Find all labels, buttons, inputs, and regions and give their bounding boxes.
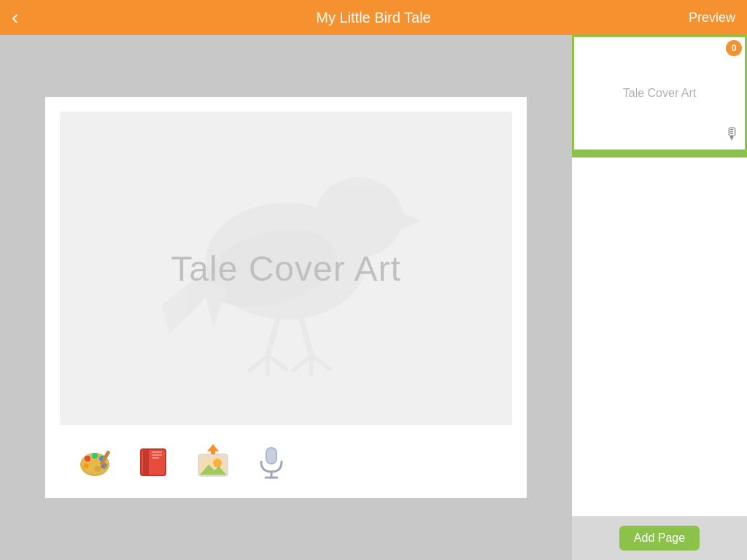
svg-rect-28 (152, 457, 159, 459)
photo-upload-icon (194, 443, 232, 481)
book-button[interactable] (133, 440, 177, 483)
sidebar-blank-page (572, 158, 747, 516)
palette-icon (77, 443, 115, 481)
svg-point-16 (92, 453, 98, 459)
main-area: Tale Cover Art (0, 35, 747, 560)
photo-upload-button[interactable] (191, 440, 235, 483)
page-badge: 0 (726, 40, 742, 56)
svg-marker-2 (399, 211, 421, 230)
svg-line-7 (249, 356, 268, 370)
add-page-button[interactable]: Add Page (619, 526, 700, 551)
mic-sidebar-icon: 🎙 (724, 125, 740, 144)
add-page-area: Add Page (572, 516, 747, 560)
svg-marker-33 (207, 444, 219, 454)
app-header: ‹ My Little Bird Tale Preview (0, 0, 747, 35)
svg-point-19 (84, 464, 89, 469)
svg-rect-27 (152, 454, 162, 456)
canvas-area: Tale Cover Art (0, 35, 572, 560)
microphone-icon (252, 443, 290, 481)
selection-indicator (572, 152, 747, 158)
svg-line-10 (293, 356, 311, 370)
canvas-page[interactable]: Tale Cover Art (60, 112, 512, 425)
sidebar: Tale Cover Art 0 🎙 Add Page (572, 35, 747, 560)
svg-line-9 (268, 356, 286, 369)
palette-button[interactable] (74, 440, 118, 483)
toolbar (60, 440, 512, 483)
canvas-wrapper: Tale Cover Art (45, 97, 527, 498)
book-icon (136, 443, 174, 481)
svg-point-15 (85, 456, 90, 462)
cover-thumbnail[interactable]: Tale Cover Art 0 🎙 (572, 35, 747, 152)
preview-button[interactable]: Preview (689, 10, 735, 26)
svg-point-31 (213, 459, 222, 467)
svg-point-20 (94, 466, 101, 472)
page-title: My Little Bird Tale (316, 9, 430, 26)
back-button[interactable]: ‹ (12, 7, 18, 28)
svg-line-6 (301, 316, 311, 356)
cover-thumbnail-label: Tale Cover Art (623, 87, 696, 100)
svg-rect-25 (143, 448, 149, 476)
svg-rect-26 (152, 451, 162, 453)
cover-art-text: Tale Cover Art (171, 249, 400, 289)
svg-line-12 (311, 356, 330, 369)
microphone-button[interactable] (249, 440, 293, 483)
svg-line-5 (268, 316, 279, 356)
svg-rect-35 (267, 448, 276, 463)
